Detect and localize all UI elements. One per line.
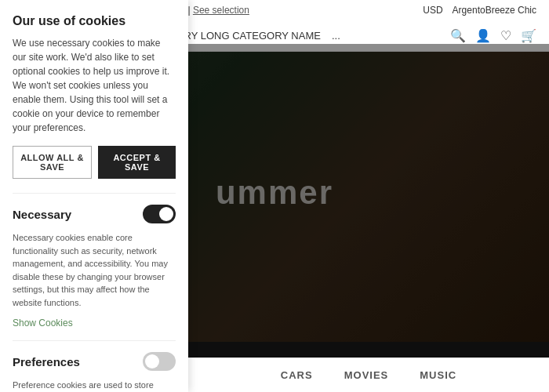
cart-icon[interactable]: 🛒 xyxy=(521,28,536,43)
necessary-title: Necessary xyxy=(13,208,71,221)
nav-item-more[interactable]: ... xyxy=(332,30,340,42)
see-selection-link[interactable]: See selection xyxy=(193,5,249,16)
necessary-description: Necessary cookies enable core functional… xyxy=(13,231,176,309)
tab-cars[interactable]: CARS xyxy=(281,369,313,381)
cookie-panel: Our use of cookies We use necessary cook… xyxy=(0,0,188,392)
tab-music[interactable]: MUSIC xyxy=(420,369,456,381)
cookie-section-preferences: Preferences Preference cookies are used … xyxy=(13,340,176,392)
preferences-toggle-knob xyxy=(145,354,159,368)
tab-movies[interactable]: MOVIES xyxy=(344,369,389,381)
nav-icons: 🔍 👤 ♡ 🛒 xyxy=(450,28,536,43)
cookie-section-necessary: Necessary Necessary cookies enable core … xyxy=(13,193,176,329)
hero-overlay xyxy=(188,44,549,358)
nav-item-category[interactable]: VERY LONG CATEGORY NAME xyxy=(170,30,321,42)
cookie-buttons: ALLOW ALL & SAVE ACCEPT & SAVE xyxy=(13,146,176,179)
preferences-header: Preferences xyxy=(13,352,176,371)
preferences-title: Preferences xyxy=(13,355,80,368)
search-icon[interactable]: 🔍 xyxy=(450,28,466,43)
usd-selector[interactable]: USD xyxy=(423,5,442,16)
cookie-intro-text: We use necessary cookies to make our sit… xyxy=(13,36,176,135)
necessary-header: Necessary xyxy=(13,205,176,223)
necessary-toggle-knob xyxy=(159,207,173,221)
accept-save-button[interactable]: ACCEPT & SAVE xyxy=(98,146,176,179)
account-icon[interactable]: 👤 xyxy=(475,28,491,43)
preferences-description: Preference cookies are used to store set… xyxy=(13,379,176,392)
brand-label: ArgentoBreeze Chic xyxy=(453,5,536,16)
bottom-tabs: CARS MOVIES MUSIC xyxy=(188,358,549,392)
wishlist-icon[interactable]: ♡ xyxy=(500,28,511,43)
preferences-toggle[interactable] xyxy=(143,352,176,371)
necessary-show-cookies-link[interactable]: Show Cookies xyxy=(13,318,73,328)
cookie-panel-title: Our use of cookies xyxy=(13,14,176,28)
announcement-right: USD ArgentoBreeze Chic xyxy=(423,5,536,16)
allow-all-save-button[interactable]: ALLOW ALL & SAVE xyxy=(13,146,92,179)
necessary-toggle[interactable] xyxy=(143,205,176,223)
